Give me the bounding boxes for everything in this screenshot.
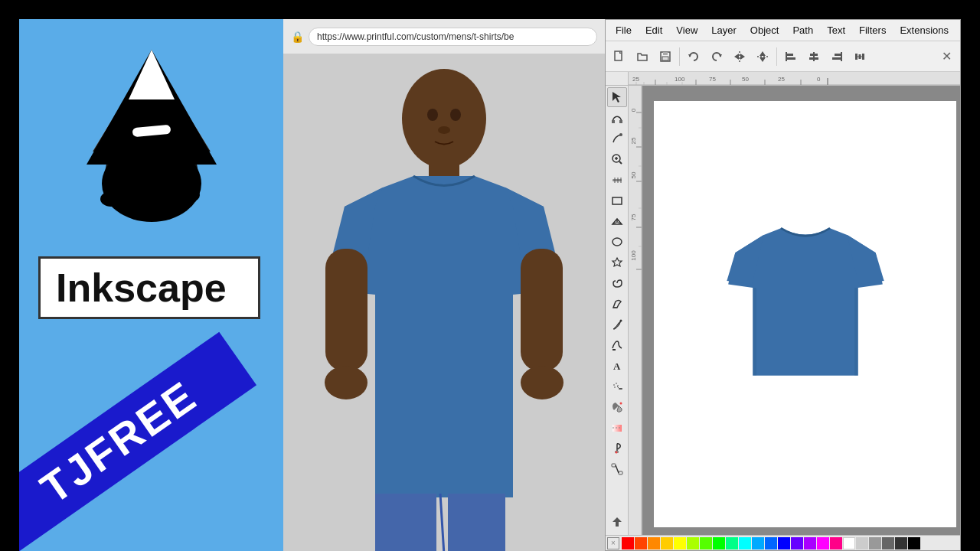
distribute-btn[interactable] bbox=[849, 46, 871, 67]
svg-point-11 bbox=[100, 191, 122, 207]
no-color-swatch[interactable]: × bbox=[607, 537, 619, 549]
menu-edit[interactable]: Edit bbox=[639, 23, 668, 37]
redo-btn[interactable] bbox=[706, 46, 727, 67]
color-black[interactable] bbox=[908, 537, 920, 549]
new-btn[interactable] bbox=[609, 46, 630, 67]
color-green-cyan[interactable] bbox=[726, 537, 738, 549]
color-green[interactable] bbox=[713, 537, 725, 549]
canvas-area[interactable] bbox=[642, 86, 960, 535]
save-btn[interactable] bbox=[655, 46, 676, 67]
color-blue[interactable] bbox=[765, 537, 777, 549]
tool-node[interactable] bbox=[607, 108, 627, 128]
inkscape-logo-proper bbox=[64, 42, 240, 226]
menu-view[interactable]: View bbox=[670, 23, 704, 37]
svg-text:100: 100 bbox=[675, 76, 685, 83]
color-orange-red[interactable] bbox=[635, 537, 647, 549]
flip-h-btn[interactable] bbox=[729, 46, 750, 67]
color-purple[interactable] bbox=[804, 537, 816, 549]
tool-calligraphy[interactable] bbox=[607, 335, 627, 355]
menu-layer[interactable]: Layer bbox=[705, 23, 743, 37]
color-bright-yellow[interactable] bbox=[674, 537, 686, 549]
color-darker-gray[interactable] bbox=[895, 537, 907, 549]
color-yellow[interactable] bbox=[661, 537, 673, 549]
color-orange[interactable] bbox=[648, 537, 660, 549]
align-center-btn[interactable] bbox=[803, 46, 825, 67]
svg-rect-20 bbox=[325, 249, 368, 371]
color-pink[interactable] bbox=[830, 537, 842, 549]
tool-measure[interactable] bbox=[607, 170, 627, 190]
tool-pen[interactable] bbox=[607, 315, 627, 334]
tool-tweak[interactable] bbox=[607, 129, 627, 148]
inkscape-title: Inkscape bbox=[56, 266, 227, 310]
color-white[interactable] bbox=[843, 537, 855, 549]
menu-path[interactable]: Path bbox=[786, 23, 819, 37]
svg-rect-81 bbox=[612, 197, 622, 204]
menu-filters[interactable]: Filters bbox=[853, 23, 892, 37]
tool-eyedropper[interactable] bbox=[607, 439, 627, 458]
menu-text[interactable]: Text bbox=[821, 23, 851, 37]
tool-pencil[interactable] bbox=[607, 294, 627, 314]
color-magenta[interactable] bbox=[817, 537, 829, 549]
color-yellow-green[interactable] bbox=[687, 537, 699, 549]
browser-bar: 🔒 https://www.printful.com/custom/mens/t… bbox=[283, 19, 605, 54]
tool-3d-box[interactable] bbox=[607, 211, 627, 231]
open-btn[interactable] bbox=[632, 46, 653, 67]
color-violet[interactable] bbox=[791, 537, 803, 549]
color-sky-blue[interactable] bbox=[752, 537, 764, 549]
tool-select[interactable] bbox=[607, 87, 627, 107]
color-green-yellow[interactable] bbox=[700, 537, 712, 549]
svg-point-22 bbox=[325, 366, 368, 399]
svg-text:50: 50 bbox=[630, 171, 637, 178]
svg-point-72 bbox=[619, 133, 622, 136]
svg-rect-43 bbox=[810, 54, 818, 56]
tool-arrow[interactable] bbox=[607, 514, 627, 533]
svg-rect-51 bbox=[862, 54, 864, 60]
svg-text:50: 50 bbox=[742, 76, 749, 83]
tjfree-banner: TJFREE bbox=[19, 332, 256, 551]
inkscape-title-box: Inkscape bbox=[38, 256, 260, 319]
tool-zoom[interactable] bbox=[607, 149, 627, 169]
close-btn[interactable]: ✕ bbox=[936, 46, 957, 67]
flip-v-btn[interactable] bbox=[752, 46, 773, 67]
color-red[interactable] bbox=[622, 537, 634, 549]
tool-rect[interactable] bbox=[607, 191, 627, 210]
align-right-btn[interactable] bbox=[826, 46, 848, 67]
svg-rect-102 bbox=[612, 464, 616, 467]
menu-file[interactable]: File bbox=[609, 23, 638, 37]
toolbar-sep-2 bbox=[776, 47, 777, 66]
svg-point-97 bbox=[619, 403, 622, 405]
svg-rect-29 bbox=[663, 52, 668, 55]
svg-point-92 bbox=[616, 383, 617, 384]
undo-btn[interactable] bbox=[683, 46, 704, 67]
align-left-btn[interactable] bbox=[780, 46, 802, 67]
svg-point-101 bbox=[615, 452, 617, 454]
menu-extensions[interactable]: Extensions bbox=[893, 23, 955, 37]
svg-text:0: 0 bbox=[630, 108, 637, 112]
svg-point-15 bbox=[402, 69, 486, 168]
toolbox: A bbox=[606, 86, 629, 535]
tool-spray[interactable] bbox=[607, 377, 627, 396]
menu-object[interactable]: Object bbox=[744, 23, 786, 37]
color-dark-gray[interactable] bbox=[882, 537, 894, 549]
svg-rect-30 bbox=[662, 57, 668, 60]
tool-star[interactable] bbox=[607, 253, 627, 272]
svg-rect-77 bbox=[612, 179, 622, 181]
svg-rect-50 bbox=[859, 54, 861, 59]
svg-text:75: 75 bbox=[709, 76, 716, 83]
browser-url[interactable]: https://www.printful.com/custom/mens/t-s… bbox=[309, 28, 597, 46]
tool-connector[interactable] bbox=[607, 459, 627, 479]
tool-fill[interactable] bbox=[607, 397, 627, 417]
color-medium-gray[interactable] bbox=[869, 537, 881, 549]
tool-spiral[interactable] bbox=[607, 273, 627, 293]
color-cyan[interactable] bbox=[739, 537, 751, 549]
svg-marker-105 bbox=[612, 517, 622, 527]
tjfree-text: TJFREE bbox=[31, 370, 206, 514]
tool-gradient[interactable] bbox=[607, 418, 627, 438]
color-dark-blue[interactable] bbox=[778, 537, 790, 549]
canvas-white bbox=[654, 101, 956, 527]
svg-line-104 bbox=[616, 465, 619, 473]
svg-rect-47 bbox=[832, 57, 841, 60]
tool-text[interactable]: A bbox=[607, 356, 627, 376]
tool-ellipse[interactable] bbox=[607, 232, 627, 252]
color-light-gray[interactable] bbox=[856, 537, 868, 549]
